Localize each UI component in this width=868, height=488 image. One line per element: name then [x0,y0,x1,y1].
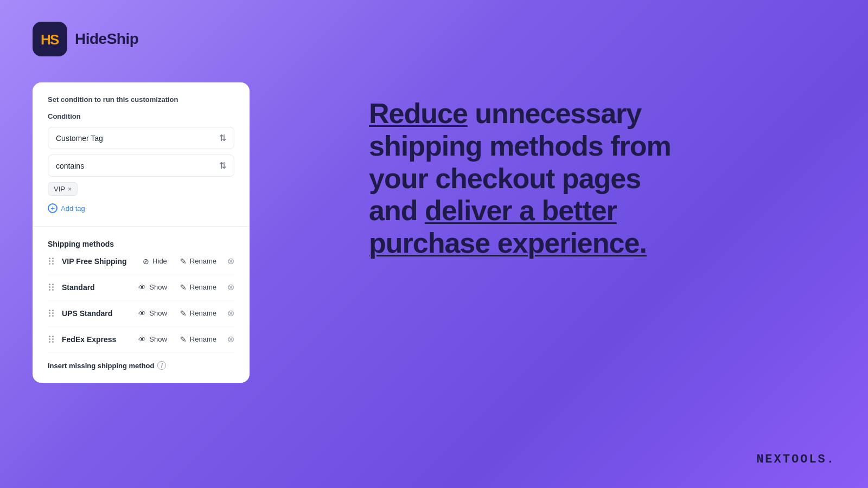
card-title: Set condition to run this customization [48,95,234,104]
hero-paragraph: Reduce unnecessaryshipping methods fromy… [369,98,684,260]
show-button-standard[interactable]: 👁 Show [136,283,169,292]
rename-button-ups[interactable]: ✎ Rename [178,309,219,318]
rename-button-vip[interactable]: ✎ Rename [178,257,219,266]
operator-select[interactable]: contains ⇅ [48,155,234,177]
pencil-icon-2: ✎ [180,283,187,292]
shipping-section-title: Shipping methods [48,240,234,248]
drag-dots [49,258,54,265]
shipping-item-ups: UPS Standard 👁 Show ✎ Rename ⊗ [48,300,234,326]
shipping-item-fedex: FedEx Express 👁 Show ✎ Rename ⊗ [48,326,234,352]
condition-card: Set condition to run this customization … [33,82,250,383]
hero-reduce: Reduce [369,98,468,129]
shipping-name-standard: Standard [62,283,130,292]
condition-select-value: Customer Tag [56,134,103,143]
eye-icon: 👁 [138,283,146,292]
info-icon[interactable]: i [157,361,166,370]
shipping-name-ups: UPS Standard [62,309,130,318]
rename-button-fedex[interactable]: ✎ Rename [178,335,219,344]
condition-section: Set condition to run this customization … [33,82,250,227]
show-label: Show [149,283,167,291]
operator-select-value: contains [56,162,84,170]
eye-icon-3: 👁 [138,309,146,318]
insert-missing-label: Insert missing shipping method [48,362,154,370]
chevron-up-down-icon: ⇅ [219,133,226,143]
hero-text: Reduce unnecessaryshipping methods fromy… [369,98,684,260]
show-label-3: Show [149,309,167,317]
svg-text:S: S [50,31,59,48]
rename-label: Rename [190,257,216,265]
eye-icon-4: 👁 [138,335,146,344]
shipping-section: Shipping methods VIP Free Shipping ⊘ [33,227,250,383]
pencil-icon: ✎ [180,257,187,266]
shipping-item-standard: Standard 👁 Show ✎ Rename ⊗ [48,274,234,300]
plus-circle-icon: + [48,203,58,213]
nextools-logo: NEXTOOLS. [369,453,835,466]
logo-area: H S HideShip [33,22,315,56]
show-label-4: Show [149,335,167,343]
remove-button-fedex[interactable]: ⊗ [227,334,234,344]
tag-vip: VIP × [48,182,78,196]
rename-label-2: Rename [190,283,216,291]
left-panel: H S HideShip Set condition to run this c… [0,0,347,488]
slash-circle-icon: ⊘ [143,257,149,266]
drag-dots-2 [49,284,54,291]
rename-label-4: Rename [190,335,216,343]
app-logo-icon: H S [33,22,67,56]
drag-handle-3[interactable] [48,309,55,318]
remove-button-ups[interactable]: ⊗ [227,308,234,318]
rename-button-standard[interactable]: ✎ Rename [178,283,219,292]
pencil-icon-3: ✎ [180,309,187,318]
tag-remove-icon[interactable]: × [68,185,72,193]
insert-missing-row: Insert missing shipping method i [48,352,234,370]
show-button-fedex[interactable]: 👁 Show [136,335,169,344]
show-button-ups[interactable]: 👁 Show [136,309,169,318]
rename-label-3: Rename [190,309,216,317]
drag-handle-2[interactable] [48,282,55,292]
drag-dots-3 [49,310,54,317]
shipping-name-fedex: FedEx Express [62,335,130,344]
drag-handle-4[interactable] [48,335,55,344]
add-tag-button[interactable]: + Add tag [48,203,85,213]
condition-select[interactable]: Customer Tag ⇅ [48,127,234,149]
chevron-up-down-icon-2: ⇅ [219,160,226,171]
shipping-name-vip: VIP Free Shipping [62,257,134,266]
add-tag-label: Add tag [61,204,85,213]
drag-dots-4 [49,336,54,343]
drag-handle[interactable] [48,256,55,266]
condition-label: Condition [48,112,234,120]
remove-button-standard[interactable]: ⊗ [227,282,234,292]
hide-button-vip[interactable]: ⊘ Hide [141,257,169,266]
right-panel: Reduce unnecessaryshipping methods fromy… [347,0,868,488]
svg-text:H: H [41,31,51,48]
pencil-icon-4: ✎ [180,335,187,344]
remove-button-vip[interactable]: ⊗ [227,256,234,266]
shipping-item-vip: VIP Free Shipping ⊘ Hide ✎ Rename ⊗ [48,248,234,274]
tag-area: VIP × [48,182,234,196]
hide-label: Hide [152,257,167,265]
app-name: HideShip [75,30,138,48]
tag-label: VIP [54,185,65,193]
